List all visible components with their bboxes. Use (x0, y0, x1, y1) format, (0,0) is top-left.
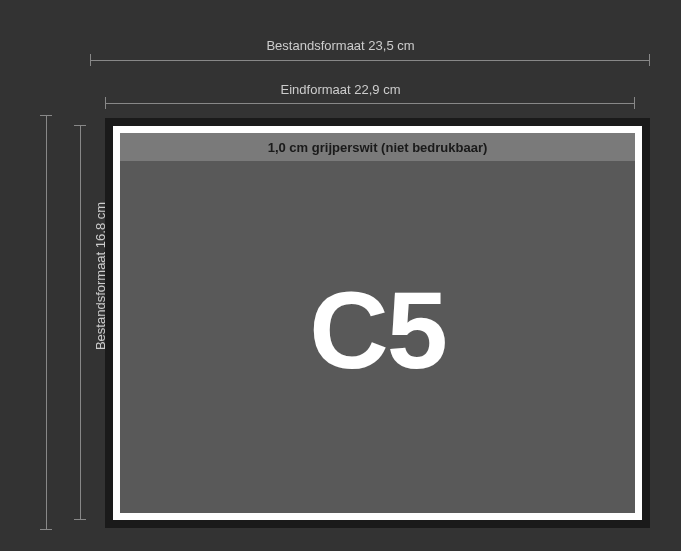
dimension-bar (90, 60, 650, 61)
dimension-bar (105, 103, 635, 104)
dimension-tick (40, 115, 52, 116)
dimension-bar (46, 115, 47, 530)
envelope-printable-area: 1,0 cm grijperswit (niet bedrukbaar) C5 (120, 133, 635, 513)
format-name: C5 (309, 266, 446, 393)
dimension-bar (80, 125, 81, 520)
dimension-tick (649, 54, 650, 66)
dimension-tick (74, 519, 86, 520)
envelope-final-format: 1,0 cm grijperswit (niet bedrukbaar) C5 (113, 126, 642, 520)
envelope-file-format: 1,0 cm grijperswit (niet bedrukbaar) C5 (105, 118, 650, 528)
gripper-strip: 1,0 cm grijperswit (niet bedrukbaar) (120, 133, 635, 161)
file-format-width-label: Bestandsformaat 23,5 cm (266, 38, 414, 53)
dimension-tick (40, 529, 52, 530)
dimension-tick (90, 54, 91, 66)
dimension-tick (74, 125, 86, 126)
dimension-tick (105, 97, 106, 109)
final-format-width-label: Eindformaat 22,9 cm (281, 82, 401, 97)
dimension-tick (634, 97, 635, 109)
gripper-label: 1,0 cm grijperswit (niet bedrukbaar) (268, 140, 488, 155)
